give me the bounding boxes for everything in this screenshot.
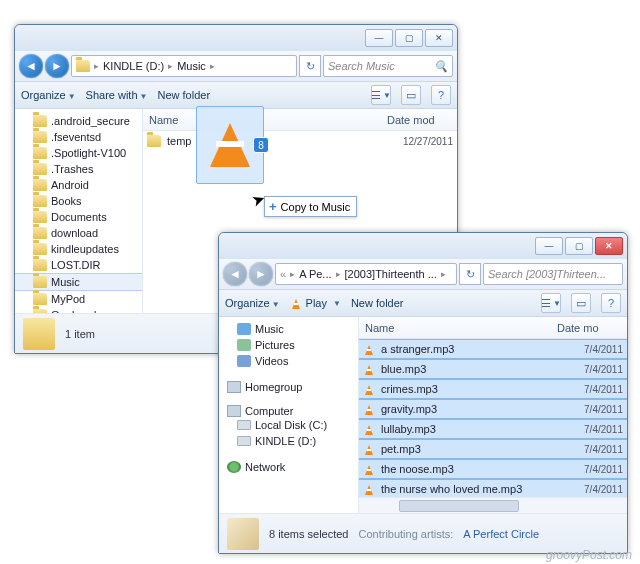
- explorer-window-album: — ▢ ✕ ◄ ► « ▸ A Pe... ▸ [2003]Thirteenth…: [218, 232, 628, 554]
- computer-icon: [227, 405, 241, 417]
- column-name[interactable]: Name: [359, 322, 557, 334]
- view-button[interactable]: ☰▼: [371, 85, 391, 105]
- nav-row: ◄ ► ▸ KINDLE (D:) ▸ Music ▸ ↻ Search Mus…: [15, 51, 457, 81]
- sidebar-item[interactable]: .Spotlight-V100: [15, 145, 142, 161]
- maximize-button[interactable]: ▢: [395, 29, 423, 47]
- sidebar-item[interactable]: LOST.DIR: [15, 257, 142, 273]
- file-row[interactable]: pet.mp37/4/2011: [359, 439, 627, 459]
- back-button[interactable]: ◄: [223, 262, 247, 286]
- file-row[interactable]: the noose.mp37/4/2011: [359, 459, 627, 479]
- refresh-button[interactable]: ↻: [459, 263, 481, 285]
- breadcrumb-part[interactable]: KINDLE (D:): [103, 60, 164, 72]
- vlc-icon: [363, 423, 375, 435]
- refresh-button[interactable]: ↻: [299, 55, 321, 77]
- newfolder-button[interactable]: New folder: [157, 89, 210, 101]
- sidebar-item[interactable]: Music: [15, 273, 142, 291]
- watermark: groovyPost.com: [546, 548, 632, 562]
- sidebar-network[interactable]: Network: [219, 461, 358, 473]
- organize-menu[interactable]: Organize▼: [21, 89, 76, 101]
- sidebar-library-videos[interactable]: Videos: [219, 353, 358, 369]
- column-header: Name Date mo: [359, 317, 627, 339]
- folder-icon: [76, 60, 90, 72]
- vlc-icon: [363, 383, 375, 395]
- sidebar-item[interactable]: MyPod: [15, 291, 142, 307]
- file-list[interactable]: a stranger.mp37/4/2011blue.mp37/4/2011cr…: [359, 339, 627, 497]
- file-row[interactable]: a stranger.mp37/4/2011: [359, 339, 627, 359]
- folder-icon: [33, 309, 47, 313]
- vlc-icon: [363, 463, 375, 475]
- search-icon: 🔍: [434, 60, 448, 73]
- status-count: 8 items selected: [269, 528, 348, 540]
- network-icon: [227, 461, 241, 473]
- play-menu[interactable]: Play▼: [290, 297, 341, 309]
- file-row[interactable]: blue.mp37/4/2011: [359, 359, 627, 379]
- status-thumb-icon: [23, 318, 55, 350]
- body: Music Pictures Videos Homegroup Computer…: [219, 317, 627, 513]
- search-input[interactable]: Search Music 🔍: [323, 55, 453, 77]
- breadcrumb-part[interactable]: A Pe...: [299, 268, 331, 280]
- address-bar[interactable]: « ▸ A Pe... ▸ [2003]Thirteenth ... ▸: [275, 263, 457, 285]
- back-button[interactable]: ◄: [19, 54, 43, 78]
- file-row[interactable]: crimes.mp37/4/2011: [359, 379, 627, 399]
- folder-tree[interactable]: .android_secure.fseventsd.Spotlight-V100…: [15, 109, 143, 313]
- minimize-button[interactable]: —: [365, 29, 393, 47]
- pictures-icon: [237, 339, 251, 351]
- help-button[interactable]: ?: [601, 293, 621, 313]
- sidebar-computer[interactable]: Computer: [219, 405, 358, 417]
- newfolder-button[interactable]: New folder: [351, 297, 404, 309]
- file-row[interactable]: the nurse who loved me.mp37/4/2011: [359, 479, 627, 497]
- sidebar-item[interactable]: Documents: [15, 209, 142, 225]
- breadcrumb-overflow[interactable]: «: [280, 268, 286, 280]
- folder-icon: [33, 259, 47, 271]
- preview-pane-button[interactable]: ▭: [571, 293, 591, 313]
- sidebar-drive-c[interactable]: Local Disk (C:): [219, 417, 358, 433]
- sidebar-library-music[interactable]: Music: [219, 321, 358, 337]
- breadcrumb-part[interactable]: Music: [177, 60, 206, 72]
- organize-menu[interactable]: Organize▼: [225, 297, 280, 309]
- horizontal-scrollbar[interactable]: [359, 497, 627, 513]
- sidebar-item[interactable]: .Trashes: [15, 161, 142, 177]
- scrollbar-thumb[interactable]: [399, 500, 519, 512]
- preview-pane-button[interactable]: ▭: [401, 85, 421, 105]
- nav-pane[interactable]: Music Pictures Videos Homegroup Computer…: [219, 317, 359, 513]
- maximize-button[interactable]: ▢: [565, 237, 593, 255]
- help-button[interactable]: ?: [431, 85, 451, 105]
- folder-icon: [33, 276, 47, 288]
- search-input[interactable]: Search [2003]Thirteen...: [483, 263, 623, 285]
- column-date[interactable]: Date mod: [387, 114, 457, 126]
- share-menu[interactable]: Share with▼: [86, 89, 148, 101]
- sidebar-item[interactable]: kindleupdates: [15, 241, 142, 257]
- folder-icon: [33, 115, 47, 127]
- column-name[interactable]: Name: [143, 114, 387, 126]
- sidebar-library-pictures[interactable]: Pictures: [219, 337, 358, 353]
- nav-row: ◄ ► « ▸ A Pe... ▸ [2003]Thirteenth ... ▸…: [219, 259, 627, 289]
- file-row[interactable]: gravity.mp37/4/2011: [359, 399, 627, 419]
- file-row[interactable]: temp12/27/2011: [143, 131, 457, 151]
- file-row[interactable]: lullaby.mp37/4/2011: [359, 419, 627, 439]
- close-button[interactable]: ✕: [425, 29, 453, 47]
- folder-icon: [33, 243, 47, 255]
- column-date[interactable]: Date mo: [557, 322, 627, 334]
- breadcrumb-sep: ▸: [168, 61, 173, 71]
- breadcrumb-part[interactable]: [2003]Thirteenth ...: [345, 268, 437, 280]
- sidebar-item[interactable]: .fseventsd: [15, 129, 142, 145]
- folder-icon: [33, 293, 47, 305]
- minimize-button[interactable]: —: [535, 237, 563, 255]
- videos-icon: [237, 355, 251, 367]
- sidebar-item[interactable]: .android_secure: [15, 113, 142, 129]
- drag-tooltip-text: Copy to Music: [281, 201, 351, 213]
- close-button[interactable]: ✕: [595, 237, 623, 255]
- status-artist: A Perfect Circle: [463, 528, 539, 540]
- sidebar-item[interactable]: download: [15, 225, 142, 241]
- sidebar-item[interactable]: Android: [15, 177, 142, 193]
- address-bar[interactable]: ▸ KINDLE (D:) ▸ Music ▸: [71, 55, 297, 77]
- forward-button[interactable]: ►: [45, 54, 69, 78]
- sidebar-drive-kindle[interactable]: KINDLE (D:): [219, 433, 358, 449]
- sidebar-homegroup[interactable]: Homegroup: [219, 381, 358, 393]
- view-button[interactable]: ☰▼: [541, 293, 561, 313]
- sidebar-item[interactable]: Books: [15, 193, 142, 209]
- breadcrumb-sep: ▸: [94, 61, 99, 71]
- folder-icon: [147, 135, 161, 147]
- forward-button[interactable]: ►: [249, 262, 273, 286]
- folder-icon: [33, 211, 47, 223]
